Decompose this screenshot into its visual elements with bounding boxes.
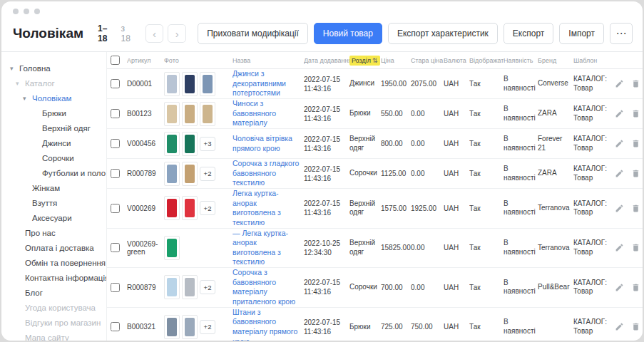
- column-header-old-price[interactable]: Стара ціна: [411, 57, 444, 64]
- row-checkbox[interactable]: [111, 243, 120, 252]
- product-photo[interactable]: [164, 315, 180, 339]
- sidebar-item[interactable]: ▾ Блог: [1, 285, 106, 300]
- edit-icon[interactable]: [615, 109, 624, 118]
- product-photo[interactable]: [164, 236, 180, 260]
- product-name-link[interactable]: Чиноси з бавовняного матеріалу: [232, 99, 304, 128]
- sidebar-item[interactable]: ▾ Жінкам: [1, 180, 106, 195]
- more-photos-badge[interactable]: +3: [200, 137, 215, 151]
- product-name-link[interactable]: Сорочка з бавовняного матеріалу притален…: [232, 268, 304, 307]
- sidebar-item[interactable]: ▾ Верхній одяг: [1, 120, 106, 135]
- row-checkbox[interactable]: [111, 283, 120, 292]
- product-photo[interactable]: [164, 102, 180, 126]
- import-button[interactable]: Імпорт: [559, 23, 604, 44]
- product-name-link[interactable]: Чоловіча вітрівка прямого крою: [232, 134, 304, 153]
- more-photos-badge[interactable]: +2: [200, 280, 215, 294]
- export-characteristics-button[interactable]: Експорт характеристик: [388, 23, 498, 44]
- product-photo[interactable]: [164, 132, 180, 156]
- sidebar-item[interactable]: ▾ Футболки и поло: [1, 165, 106, 180]
- product-photo[interactable]: [200, 72, 215, 96]
- window-control-maximize[interactable]: [34, 9, 40, 14]
- delete-icon[interactable]: [631, 169, 640, 178]
- product-photo[interactable]: [164, 196, 180, 220]
- edit-icon[interactable]: [615, 169, 624, 178]
- sidebar-item[interactable]: ▾ Мапа сайту: [1, 330, 106, 341]
- column-header-currency[interactable]: Валюта: [444, 57, 469, 64]
- column-header-availability[interactable]: Наявність: [504, 57, 538, 64]
- product-photo[interactable]: [182, 196, 198, 220]
- more-photos-badge[interactable]: +2: [200, 167, 215, 181]
- product-photo[interactable]: [164, 275, 180, 299]
- column-header-section[interactable]: Розділ ⇅: [349, 56, 381, 66]
- column-header-template[interactable]: Шаблон: [573, 57, 615, 64]
- row-checkbox[interactable]: [111, 109, 120, 118]
- window-control-close[interactable]: [13, 9, 19, 14]
- edit-icon[interactable]: [615, 204, 624, 213]
- window-control-minimize[interactable]: [24, 9, 29, 14]
- delete-icon[interactable]: [631, 322, 640, 331]
- new-product-button[interactable]: Новий товар: [314, 23, 382, 44]
- product-template-type: КАТАЛОГ:: [573, 279, 610, 288]
- column-header-photo[interactable]: Фото: [164, 57, 232, 64]
- more-photos-badge[interactable]: +2: [200, 320, 215, 334]
- product-name-link[interactable]: Легка куртка-анорак виготовлена з тексти…: [232, 189, 304, 228]
- row-checkbox[interactable]: [111, 169, 120, 178]
- sidebar-item[interactable]: ▾ Каталог: [1, 76, 106, 90]
- sidebar-item[interactable]: ▾ Взуття: [1, 195, 106, 210]
- delete-icon[interactable]: [631, 283, 640, 292]
- delete-icon[interactable]: [631, 243, 640, 252]
- column-header-price[interactable]: Ціна: [381, 57, 411, 64]
- column-header-display[interactable]: Відображати: [469, 57, 504, 64]
- edit-icon[interactable]: [615, 243, 624, 252]
- export-button[interactable]: Експорт: [504, 23, 553, 44]
- pagination-next-button[interactable]: ›: [168, 24, 186, 43]
- sidebar-item[interactable]: ▾ Сорочки: [1, 150, 106, 165]
- column-header-sku[interactable]: Артикул: [127, 57, 164, 64]
- sidebar-item[interactable]: ▾ Угода користувача: [1, 300, 106, 315]
- sidebar-item[interactable]: ▾ Обмін та повернення: [1, 255, 106, 270]
- select-all-checkbox[interactable]: [111, 56, 120, 65]
- more-photos-badge[interactable]: +2: [200, 201, 215, 215]
- row-checkbox[interactable]: [111, 79, 120, 88]
- column-header-date[interactable]: Дата додавання: [304, 57, 349, 64]
- sidebar-item[interactable]: ▾ Брюки: [1, 105, 106, 120]
- product-name-link[interactable]: Сорочка з гладкого бавовняного текстилю: [232, 159, 304, 188]
- sidebar-item[interactable]: ▾ Контактна інформація: [1, 270, 106, 285]
- row-checkbox[interactable]: [111, 204, 120, 213]
- product-name-link[interactable]: Штани з бавовняного матеріалу прямого кр…: [232, 308, 304, 341]
- product-photo[interactable]: [182, 102, 198, 126]
- sidebar-item[interactable]: ▾ Джинси: [1, 135, 106, 150]
- product-photo[interactable]: [164, 72, 180, 96]
- sidebar-item[interactable]: ▾ Аксесуари: [1, 210, 106, 225]
- row-checkbox[interactable]: [111, 322, 120, 331]
- hide-modifications-button[interactable]: Приховати модифікації: [198, 23, 308, 44]
- delete-icon[interactable]: [631, 139, 640, 148]
- product-photo[interactable]: [164, 162, 180, 186]
- product-photo[interactable]: [182, 162, 198, 186]
- sort-icon[interactable]: ⇅: [372, 57, 378, 64]
- edit-icon[interactable]: [615, 322, 624, 331]
- product-photo[interactable]: [182, 315, 198, 339]
- product-photo[interactable]: [200, 102, 215, 126]
- product-name-link[interactable]: — Легка куртка-анорак виготовлена з текс…: [232, 229, 304, 268]
- product-photo[interactable]: [182, 132, 198, 156]
- sidebar-item[interactable]: ▾ Відгуки про магазин: [1, 315, 106, 330]
- pagination-prev-button[interactable]: ‹: [145, 24, 164, 43]
- sidebar-item-label: Обмін та повернення: [25, 259, 106, 267]
- edit-icon[interactable]: [615, 139, 624, 148]
- delete-icon[interactable]: [631, 204, 640, 213]
- delete-icon[interactable]: [631, 79, 640, 88]
- sidebar-item[interactable]: ▾ Чоловікам: [1, 90, 106, 105]
- column-header-brand[interactable]: Бренд: [538, 57, 573, 64]
- sidebar-item[interactable]: ▾ Оплата і доставка: [1, 240, 106, 255]
- column-header-name[interactable]: Назва: [232, 57, 304, 64]
- sidebar-item[interactable]: ▾ Головна: [1, 61, 106, 76]
- product-name-link[interactable]: Джинси з декоративними потертостями: [232, 69, 304, 98]
- row-checkbox[interactable]: [111, 139, 120, 148]
- more-actions-button[interactable]: ⋯: [610, 23, 633, 44]
- sidebar-item[interactable]: ▾ Про нас: [1, 225, 106, 240]
- product-photo[interactable]: [182, 275, 198, 299]
- product-photo[interactable]: [182, 72, 198, 96]
- edit-icon[interactable]: [615, 283, 624, 292]
- delete-icon[interactable]: [631, 109, 640, 118]
- edit-icon[interactable]: [615, 79, 624, 88]
